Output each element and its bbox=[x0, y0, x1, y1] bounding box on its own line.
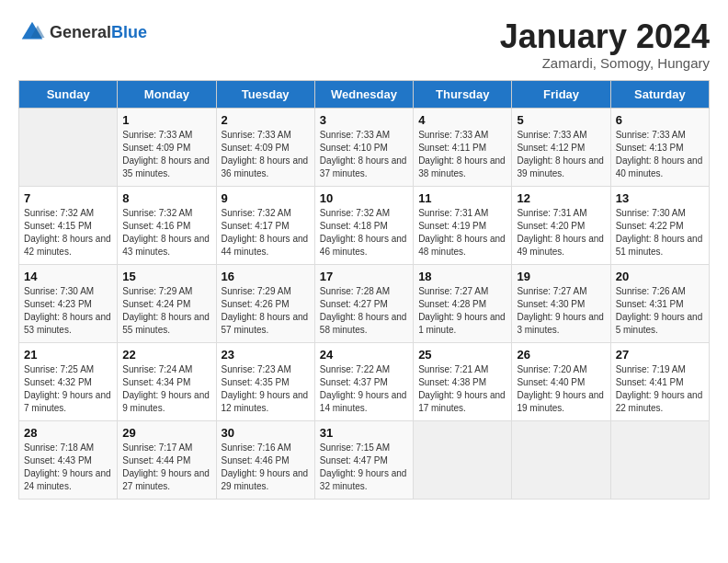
day-info: Sunrise: 7:30 AMSunset: 4:22 PMDaylight:… bbox=[616, 207, 704, 259]
day-number: 14 bbox=[24, 270, 112, 283]
day-number: 4 bbox=[418, 113, 506, 127]
day-number: 21 bbox=[24, 348, 112, 362]
day-number: 17 bbox=[320, 270, 408, 283]
day-number: 22 bbox=[122, 348, 210, 362]
day-info: Sunrise: 7:26 AMSunset: 4:31 PMDaylight:… bbox=[616, 285, 704, 337]
day-number: 31 bbox=[320, 426, 408, 440]
day-info: Sunrise: 7:27 AMSunset: 4:28 PMDaylight:… bbox=[418, 285, 506, 337]
day-info: Sunrise: 7:15 AMSunset: 4:47 PMDaylight:… bbox=[320, 442, 408, 493]
calendar-cell: 15Sunrise: 7:29 AMSunset: 4:24 PMDayligh… bbox=[118, 264, 216, 342]
day-info: Sunrise: 7:27 AMSunset: 4:30 PMDaylight:… bbox=[517, 285, 605, 337]
day-info: Sunrise: 7:32 AMSunset: 4:18 PMDaylight:… bbox=[320, 207, 408, 259]
col-header-thursday: Thursday bbox=[414, 80, 512, 108]
calendar-cell: 4Sunrise: 7:33 AMSunset: 4:11 PMDaylight… bbox=[414, 108, 512, 186]
day-number: 30 bbox=[222, 426, 310, 440]
calendar-cell: 10Sunrise: 7:32 AMSunset: 4:18 PMDayligh… bbox=[314, 186, 413, 264]
col-header-wednesday: Wednesday bbox=[314, 80, 413, 108]
location-subtitle: Zamardi, Somogy, Hungary bbox=[500, 55, 710, 71]
day-number: 20 bbox=[616, 270, 704, 283]
day-info: Sunrise: 7:29 AMSunset: 4:24 PMDaylight:… bbox=[122, 285, 210, 337]
day-info: Sunrise: 7:33 AMSunset: 4:11 PMDaylight:… bbox=[418, 129, 506, 180]
day-number: 23 bbox=[222, 348, 310, 362]
day-number: 26 bbox=[517, 348, 605, 362]
day-number: 18 bbox=[418, 270, 506, 283]
calendar-cell: 20Sunrise: 7:26 AMSunset: 4:31 PMDayligh… bbox=[610, 264, 709, 342]
day-info: Sunrise: 7:33 AMSunset: 4:10 PMDaylight:… bbox=[320, 129, 408, 180]
calendar-cell: 28Sunrise: 7:18 AMSunset: 4:43 PMDayligh… bbox=[19, 420, 118, 499]
calendar-cell: 3Sunrise: 7:33 AMSunset: 4:10 PMDaylight… bbox=[314, 108, 413, 186]
day-info: Sunrise: 7:16 AMSunset: 4:46 PMDaylight:… bbox=[222, 442, 310, 493]
page-header: GeneralBlue January 2024 Zamardi, Somogy… bbox=[18, 18, 710, 71]
col-header-friday: Friday bbox=[512, 80, 610, 108]
col-header-tuesday: Tuesday bbox=[216, 80, 314, 108]
calendar-cell: 26Sunrise: 7:20 AMSunset: 4:40 PMDayligh… bbox=[512, 342, 610, 420]
day-info: Sunrise: 7:33 AMSunset: 4:13 PMDaylight:… bbox=[616, 129, 704, 180]
day-number: 7 bbox=[24, 191, 112, 205]
day-info: Sunrise: 7:25 AMSunset: 4:32 PMDaylight:… bbox=[24, 363, 112, 415]
calendar-week-row: 14Sunrise: 7:30 AMSunset: 4:23 PMDayligh… bbox=[19, 264, 710, 342]
title-block: January 2024 Zamardi, Somogy, Hungary bbox=[500, 18, 710, 71]
calendar-cell: 25Sunrise: 7:21 AMSunset: 4:38 PMDayligh… bbox=[414, 342, 512, 420]
day-info: Sunrise: 7:30 AMSunset: 4:23 PMDaylight:… bbox=[24, 285, 112, 337]
month-title: January 2024 bbox=[500, 18, 710, 55]
day-info: Sunrise: 7:29 AMSunset: 4:26 PMDaylight:… bbox=[222, 285, 310, 337]
day-number: 25 bbox=[418, 348, 506, 362]
calendar-cell bbox=[19, 108, 118, 186]
calendar-week-row: 1Sunrise: 7:33 AMSunset: 4:09 PMDaylight… bbox=[19, 108, 710, 186]
calendar-cell: 17Sunrise: 7:28 AMSunset: 4:27 PMDayligh… bbox=[314, 264, 413, 342]
col-header-monday: Monday bbox=[118, 80, 216, 108]
calendar-table: SundayMondayTuesdayWednesdayThursdayFrid… bbox=[18, 80, 710, 500]
day-info: Sunrise: 7:22 AMSunset: 4:37 PMDaylight:… bbox=[320, 363, 408, 415]
calendar-cell bbox=[512, 420, 610, 499]
calendar-cell: 6Sunrise: 7:33 AMSunset: 4:13 PMDaylight… bbox=[610, 108, 709, 186]
calendar-cell: 1Sunrise: 7:33 AMSunset: 4:09 PMDaylight… bbox=[118, 108, 216, 186]
day-info: Sunrise: 7:33 AMSunset: 4:12 PMDaylight:… bbox=[517, 129, 605, 180]
day-info: Sunrise: 7:31 AMSunset: 4:20 PMDaylight:… bbox=[517, 207, 605, 259]
day-number: 12 bbox=[517, 191, 605, 205]
calendar-header-row: SundayMondayTuesdayWednesdayThursdayFrid… bbox=[19, 80, 710, 108]
day-number: 15 bbox=[122, 270, 210, 283]
day-number: 19 bbox=[517, 270, 605, 283]
day-number: 27 bbox=[616, 348, 704, 362]
day-info: Sunrise: 7:33 AMSunset: 4:09 PMDaylight:… bbox=[122, 129, 210, 180]
calendar-cell: 5Sunrise: 7:33 AMSunset: 4:12 PMDaylight… bbox=[512, 108, 610, 186]
logo-general: General bbox=[50, 23, 111, 41]
calendar-cell: 24Sunrise: 7:22 AMSunset: 4:37 PMDayligh… bbox=[314, 342, 413, 420]
calendar-cell: 9Sunrise: 7:32 AMSunset: 4:17 PMDaylight… bbox=[216, 186, 314, 264]
calendar-cell: 12Sunrise: 7:31 AMSunset: 4:20 PMDayligh… bbox=[512, 186, 610, 264]
calendar-cell: 16Sunrise: 7:29 AMSunset: 4:26 PMDayligh… bbox=[216, 264, 314, 342]
calendar-week-row: 28Sunrise: 7:18 AMSunset: 4:43 PMDayligh… bbox=[19, 420, 710, 499]
calendar-cell: 7Sunrise: 7:32 AMSunset: 4:15 PMDaylight… bbox=[19, 186, 118, 264]
day-info: Sunrise: 7:32 AMSunset: 4:16 PMDaylight:… bbox=[122, 207, 210, 259]
calendar-cell: 13Sunrise: 7:30 AMSunset: 4:22 PMDayligh… bbox=[610, 186, 709, 264]
day-number: 9 bbox=[222, 191, 310, 205]
calendar-cell: 18Sunrise: 7:27 AMSunset: 4:28 PMDayligh… bbox=[414, 264, 512, 342]
day-number: 5 bbox=[517, 113, 605, 127]
calendar-cell: 21Sunrise: 7:25 AMSunset: 4:32 PMDayligh… bbox=[19, 342, 118, 420]
day-info: Sunrise: 7:23 AMSunset: 4:35 PMDaylight:… bbox=[222, 363, 310, 415]
day-number: 24 bbox=[320, 348, 408, 362]
logo-icon bbox=[18, 18, 46, 46]
day-number: 3 bbox=[320, 113, 408, 127]
calendar-week-row: 21Sunrise: 7:25 AMSunset: 4:32 PMDayligh… bbox=[19, 342, 710, 420]
day-info: Sunrise: 7:19 AMSunset: 4:41 PMDaylight:… bbox=[616, 363, 704, 415]
calendar-cell: 2Sunrise: 7:33 AMSunset: 4:09 PMDaylight… bbox=[216, 108, 314, 186]
calendar-cell: 30Sunrise: 7:16 AMSunset: 4:46 PMDayligh… bbox=[216, 420, 314, 499]
logo-text: GeneralBlue bbox=[50, 23, 147, 42]
calendar-cell: 27Sunrise: 7:19 AMSunset: 4:41 PMDayligh… bbox=[610, 342, 709, 420]
calendar-week-row: 7Sunrise: 7:32 AMSunset: 4:15 PMDaylight… bbox=[19, 186, 710, 264]
calendar-cell: 19Sunrise: 7:27 AMSunset: 4:30 PMDayligh… bbox=[512, 264, 610, 342]
day-number: 1 bbox=[122, 113, 210, 127]
day-info: Sunrise: 7:18 AMSunset: 4:43 PMDaylight:… bbox=[24, 442, 112, 493]
logo: GeneralBlue bbox=[18, 18, 147, 46]
calendar-cell: 14Sunrise: 7:30 AMSunset: 4:23 PMDayligh… bbox=[19, 264, 118, 342]
day-info: Sunrise: 7:28 AMSunset: 4:27 PMDaylight:… bbox=[320, 285, 408, 337]
calendar-cell: 29Sunrise: 7:17 AMSunset: 4:44 PMDayligh… bbox=[118, 420, 216, 499]
calendar-cell: 22Sunrise: 7:24 AMSunset: 4:34 PMDayligh… bbox=[118, 342, 216, 420]
day-number: 2 bbox=[222, 113, 310, 127]
day-number: 16 bbox=[222, 270, 310, 283]
day-number: 8 bbox=[122, 191, 210, 205]
calendar-cell bbox=[414, 420, 512, 499]
day-info: Sunrise: 7:33 AMSunset: 4:09 PMDaylight:… bbox=[222, 129, 310, 180]
day-number: 6 bbox=[616, 113, 704, 127]
